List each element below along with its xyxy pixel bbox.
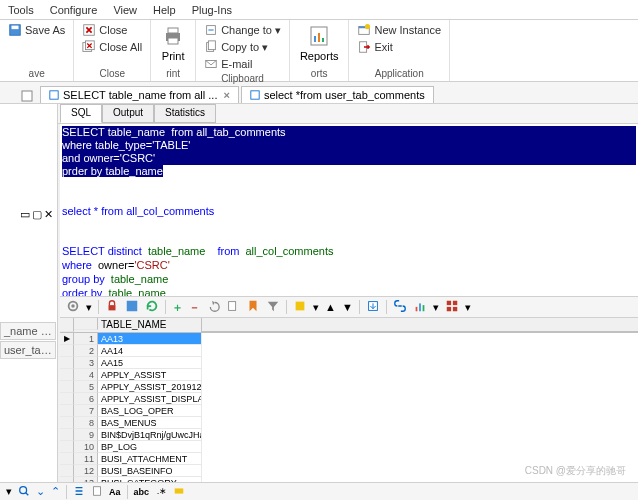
menu-tools[interactable]: Tools [8,4,34,16]
new-instance-button[interactable]: New Instance [355,22,443,38]
search-icon[interactable] [18,485,30,499]
table-row[interactable]: 9BIN$DvjB1qRnj/gUwcJHayrrg==$0 [60,429,638,441]
svg-rect-14 [318,33,320,42]
close-button[interactable]: Close [80,22,144,38]
close-all-button[interactable]: Close All [80,39,144,55]
copy-icon [204,40,218,54]
refresh-icon[interactable] [145,299,159,315]
svg-rect-7 [168,38,178,44]
change-icon [204,23,218,37]
subtab-output[interactable]: Output [102,104,154,123]
table-row[interactable]: 2AA14 [60,345,638,357]
copy-to-button[interactable]: Copy to▾ [202,39,283,55]
svg-rect-34 [453,301,457,305]
svg-rect-1 [12,26,19,30]
file-tabs: SELECT table_name from all ...× select *… [0,82,638,104]
svg-rect-28 [296,302,305,311]
sql-editor[interactable]: SELECT table_name from all_tab_commentsw… [60,124,638,296]
link-icon[interactable] [393,299,407,315]
table-row[interactable]: 3AA15 [60,357,638,369]
change-to-button[interactable]: Change to▾ [202,22,283,38]
add-row-icon[interactable]: ＋ [172,300,183,315]
svg-rect-40 [175,488,184,493]
panel-pin-icon[interactable]: ▢ [32,208,42,221]
filter-icon[interactable] [266,299,280,315]
svg-rect-15 [322,38,324,42]
file-tab-2[interactable]: select *from user_tab_comments [241,86,434,103]
column-header[interactable]: TABLE_NAME [98,318,202,332]
group-save-label: ave [6,67,67,81]
panel-min-icon[interactable]: ▭ [20,208,30,221]
sort-desc-icon[interactable]: ▼ [342,301,353,313]
panel-close-icon[interactable]: ✕ [44,208,53,221]
left-panel: ▭ ▢ ✕ ▭ ▢ ✕ _name from all ... user_tab_… [0,104,58,484]
highlight-icon[interactable] [293,299,307,315]
gear-icon[interactable] [66,299,80,315]
chevron-down-icon[interactable]: ▾ [86,301,92,314]
highlight-icon[interactable] [173,485,185,499]
subtab-statistics[interactable]: Statistics [154,104,216,123]
file-tab-active[interactable]: SELECT table_name from all ...× [40,86,239,103]
tabs-dropdown-icon[interactable] [20,89,34,103]
table-row[interactable]: 8BAS_MENUS [60,417,638,429]
svg-text:.∗: .∗ [157,485,167,496]
table-row[interactable]: 5APPLY_ASSIST_20191224 [60,381,638,393]
left-tab-1[interactable]: _name from all ... [0,322,56,340]
table-row[interactable]: ▶1AA13 [60,333,638,345]
sql-file-icon [250,90,260,100]
save-as-button[interactable]: Save As [6,22,67,38]
table-row[interactable]: 7BAS_LOG_OPER [60,405,638,417]
bookmark-icon[interactable] [246,299,260,315]
copy-icon[interactable] [226,299,240,315]
table-row[interactable]: 6APPLY_ASSIST_DISPLAY [60,393,638,405]
doc-icon[interactable] [91,485,103,499]
regex-icon[interactable]: .∗ [155,485,167,499]
exit-button[interactable]: Exit [355,39,443,55]
svg-rect-38 [94,486,101,495]
chevron-down-icon: ▾ [275,24,281,37]
grid-icon[interactable] [445,299,459,315]
menu-configure[interactable]: Configure [50,4,98,16]
chart-icon[interactable] [413,299,427,315]
export-icon[interactable] [366,299,380,315]
svg-rect-6 [168,28,178,33]
list-icon[interactable] [73,485,85,499]
table-row[interactable]: 10BP_LOG [60,441,638,453]
lock-icon[interactable] [105,299,119,315]
sort-asc-icon[interactable]: ▲ [325,301,336,313]
chevron-down-icon[interactable]: ▾ [433,301,439,314]
close-all-icon [82,40,96,54]
group-application-label: Application [355,67,443,81]
results-toolbar: ▾ ＋ － ▾ ▲ ▼ ▾ ▾ [60,296,638,318]
svg-rect-25 [109,305,116,310]
menu-plugins[interactable]: Plug-Ins [192,4,232,16]
svg-rect-21 [50,91,58,99]
email-button[interactable]: E-mail [202,56,283,72]
menu-view[interactable]: View [113,4,137,16]
delete-row-icon[interactable]: － [189,300,200,315]
table-row[interactable]: 4APPLY_ASSIST [60,369,638,381]
menu-help[interactable]: Help [153,4,176,16]
chevron-down-icon[interactable]: ▾ [313,301,319,314]
chevron-down-icon[interactable]: ▾ [465,301,471,314]
svg-rect-26 [127,301,138,312]
group-close-label: Close [80,67,144,81]
subtab-sql[interactable]: SQL [60,104,102,123]
find-next-icon[interactable]: ⌄ [36,485,45,498]
reports-button[interactable]: Reports [296,22,343,67]
close-tab-icon[interactable]: × [223,89,229,101]
undo-icon[interactable] [206,299,220,315]
print-button[interactable]: Print [157,22,189,67]
menubar: Tools Configure View Help Plug-Ins [0,0,638,20]
chevron-down-icon[interactable]: ▾ [6,485,12,498]
bottom-toolbar: ▾ ⌄ ⌃ Aa abc .∗ [0,482,638,500]
new-instance-icon [357,23,371,37]
svg-rect-27 [229,302,236,311]
save-icon[interactable] [125,299,139,315]
group-print-label: rint [157,67,189,81]
ribbon: Save As ave Close Close All Close Print … [0,20,638,82]
left-tab-2[interactable]: user_tab_commen [0,341,56,359]
find-prev-icon[interactable]: ⌃ [51,485,60,498]
sql-file-icon [49,90,59,100]
svg-rect-20 [22,91,32,101]
